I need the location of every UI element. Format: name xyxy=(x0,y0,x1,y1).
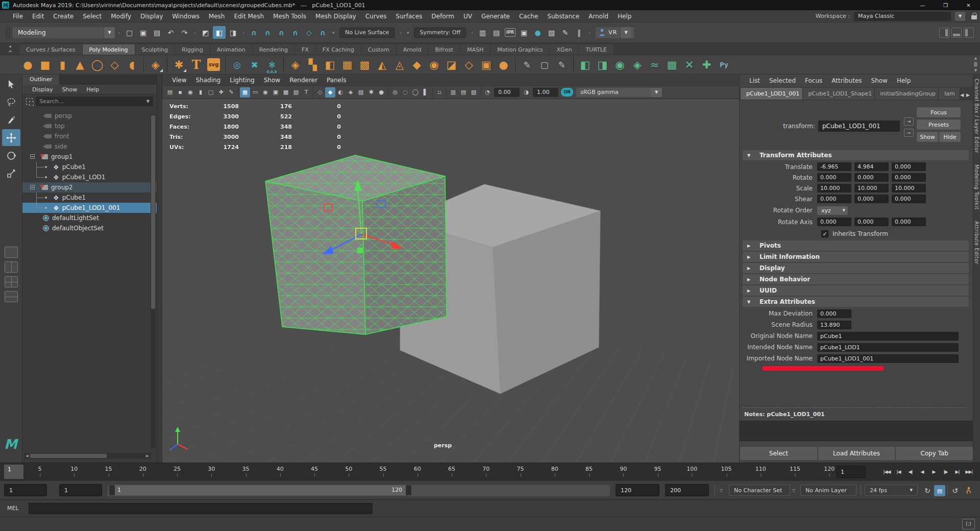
snap-to-point-icon[interactable]: ∩ xyxy=(275,26,288,39)
ae-menu-list[interactable]: List xyxy=(745,77,765,84)
playback-start-field[interactable]: 1 xyxy=(59,484,102,496)
rotate-order-dropdown[interactable]: xyz▼ xyxy=(817,206,848,215)
animation-start-field[interactable]: 1 xyxy=(4,484,47,496)
center-pivot-icon[interactable]: ◎ xyxy=(229,56,246,73)
evaluation-mode-icon[interactable] xyxy=(963,485,974,496)
ae-menu-show[interactable]: Show xyxy=(867,77,892,84)
ae-tab-pcube1-lod1-shape1[interactable]: pCube1_LOD1_Shape1 xyxy=(803,88,875,100)
menu-set-selector[interactable]: Modeling▼ xyxy=(13,27,115,38)
shelf-tab-sculpting[interactable]: Sculpting xyxy=(135,44,175,55)
shelf-tab-custom[interactable]: Custom xyxy=(361,44,397,55)
attribute-field[interactable]: 0.000 xyxy=(892,218,926,226)
pin-tab-icon[interactable]: ⇥ xyxy=(904,117,914,126)
auto-key-clip-icon[interactable]: ▤ xyxy=(934,485,945,496)
status-separator[interactable]: ▾ xyxy=(330,26,336,39)
attribute-field[interactable]: 0.000 xyxy=(817,309,851,318)
exposure-field[interactable]: 0.00 xyxy=(494,88,520,97)
script-editor-button[interactable]: {;} xyxy=(962,519,975,529)
playback-end-field[interactable]: 120 xyxy=(616,484,659,496)
go-to-start-button[interactable]: |◀◀ xyxy=(881,464,893,479)
menu-create[interactable]: Create xyxy=(48,13,78,20)
paint-select-tool[interactable] xyxy=(2,111,20,128)
quad-draw-tool-icon[interactable]: ✎ xyxy=(553,56,570,73)
section-header-uuid[interactable]: ▶UUID xyxy=(743,285,969,296)
menu-arnold[interactable]: Arnold xyxy=(584,13,613,20)
shelf-scrollbar[interactable]: ▲▼ xyxy=(972,55,979,74)
poly-cube-icon[interactable]: ■ xyxy=(37,56,54,73)
viewport-menu-panels[interactable]: Panels xyxy=(322,77,351,84)
step-back-frame-button[interactable]: ◀| xyxy=(904,464,916,479)
status-separator[interactable]: › xyxy=(398,26,404,39)
viewport-menu-lighting[interactable]: Lighting xyxy=(225,77,259,84)
platonic-solid-icon[interactable]: ◈ xyxy=(147,56,164,73)
poly-cylinder-icon[interactable]: ▮ xyxy=(54,56,71,73)
anim-layer-menu-icon[interactable]: ▽ xyxy=(792,488,795,493)
ae-menu-attributes[interactable]: Attributes xyxy=(827,77,866,84)
menu-surfaces[interactable]: Surfaces xyxy=(391,13,427,20)
menu-windows[interactable]: Windows xyxy=(167,13,204,20)
safe-title-icon[interactable]: T xyxy=(301,87,311,98)
ae-tab-pcube1-lod1-001[interactable]: pCube1_LOD1_001 xyxy=(741,88,803,100)
cylindrical-mapping-icon[interactable]: ◨ xyxy=(594,56,611,73)
bookmark-icon[interactable]: ▮ xyxy=(195,87,206,98)
outliner-item-group2[interactable]: group2 xyxy=(22,182,157,192)
ep-curve-tool-icon[interactable]: ▢ xyxy=(536,56,553,73)
attribute-field[interactable]: 4.984 xyxy=(854,162,889,171)
spherical-mapping-icon[interactable]: ◉ xyxy=(611,56,628,73)
layout-split-horizontal-button[interactable] xyxy=(5,291,18,302)
side-tab-attribute-editor[interactable]: Attribute Editor xyxy=(974,221,979,264)
screen-space-ao-icon[interactable]: ◎ xyxy=(390,87,400,98)
hypershade-icon[interactable]: ● xyxy=(531,26,544,39)
motion-blur-icon[interactable]: ◌ xyxy=(400,87,410,98)
toggle-channel-box-icon[interactable] xyxy=(964,28,974,38)
status-separator[interactable]: › xyxy=(192,26,198,39)
hide-button[interactable]: Hide xyxy=(939,132,961,142)
anim-layer-dropdown[interactable]: No Anim Layer xyxy=(800,485,856,496)
expand-collapse-icon[interactable] xyxy=(30,154,35,159)
bounding-box-icon[interactable]: ◐ xyxy=(335,87,346,98)
play-backwards-button[interactable]: ◀ xyxy=(916,464,928,479)
lattice-icon[interactable]: ▣ xyxy=(478,56,495,73)
outliner-vertical-scrollbar[interactable] xyxy=(151,114,156,448)
poly-cone-icon[interactable]: ▲ xyxy=(71,56,88,73)
scale-tool[interactable] xyxy=(2,165,20,182)
attribute-field[interactable]: 0.000 xyxy=(854,218,889,226)
uv-editor-icon[interactable]: ▦ xyxy=(664,56,680,73)
update-view-icon[interactable]: ↺ xyxy=(949,485,961,496)
new-scene-icon[interactable]: ▢ xyxy=(123,26,136,39)
snap-to-grid-icon[interactable]: ∩ xyxy=(248,26,260,39)
character-set-menu-icon[interactable]: ▽ xyxy=(720,488,723,493)
menu-curves[interactable]: Curves xyxy=(361,13,391,20)
menu-select[interactable]: Select xyxy=(78,13,106,20)
poly-plane-icon[interactable]: ◇ xyxy=(106,56,123,73)
menu-substance[interactable]: Substance xyxy=(543,13,584,20)
outliner-menu-help[interactable]: Help xyxy=(82,86,104,93)
extrude-icon[interactable]: ◭ xyxy=(374,56,390,73)
outliner-item-defaultobjectset[interactable]: defaultObjectSet xyxy=(22,223,157,233)
animation-end-field[interactable]: 200 xyxy=(665,484,709,496)
menu-deform[interactable]: Deform xyxy=(427,13,459,20)
lock-camera-icon[interactable]: ▪ xyxy=(175,87,185,98)
shelf-tab-fx-caching[interactable]: FX Caching xyxy=(316,44,361,55)
poly-sphere-icon[interactable]: ● xyxy=(19,56,36,73)
outliner-item-group1[interactable]: group1 xyxy=(22,152,157,162)
attribute-field[interactable]: 10.000 xyxy=(892,184,926,192)
depth-of-field-icon[interactable]: ▌ xyxy=(421,87,431,98)
shelf-tab-rendering[interactable]: Rendering xyxy=(253,44,295,55)
lighting-icon[interactable]: ✱ xyxy=(366,87,376,98)
menu-edit-mesh[interactable]: Edit Mesh xyxy=(229,13,268,20)
attribute-field[interactable]: 13.890 xyxy=(817,321,851,329)
sew-uv-edges-icon[interactable]: ✚ xyxy=(698,56,715,73)
target-weld-icon[interactable]: ◇ xyxy=(460,56,477,73)
current-frame-field[interactable]: 1 xyxy=(836,466,866,478)
super-shape-icon[interactable]: ✱ xyxy=(170,56,187,73)
select-tool[interactable] xyxy=(2,76,20,92)
next-node-icon[interactable]: → xyxy=(904,129,914,137)
viewport-menu-renderer[interactable]: Renderer xyxy=(285,77,322,84)
menu-file[interactable]: File xyxy=(8,13,28,20)
range-slider-groove[interactable]: 1 120 xyxy=(107,484,610,496)
side-tab-channel-box-layer-editor[interactable]: Channel Box / Layer Editor xyxy=(974,79,979,153)
xray-icon[interactable]: ▥ xyxy=(448,87,458,98)
outliner-item-defaultlightset[interactable]: defaultLightSet xyxy=(22,213,157,223)
notes-input[interactable] xyxy=(740,421,973,441)
